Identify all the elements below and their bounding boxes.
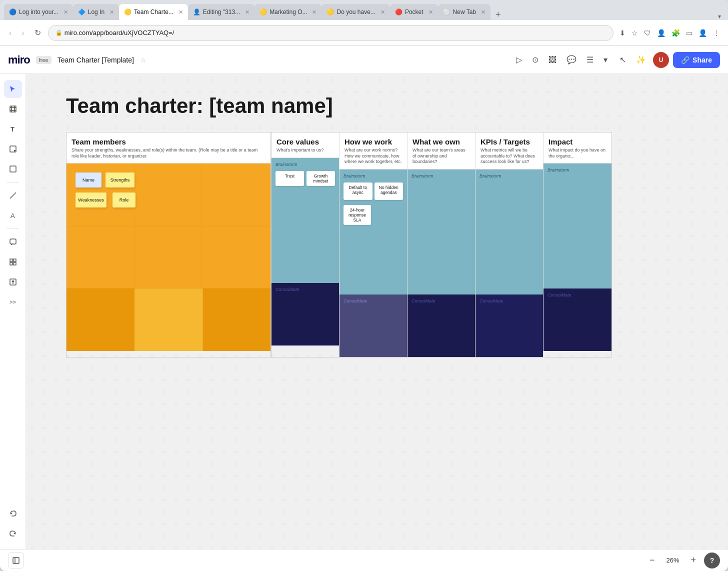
reactions-icon[interactable]: ✨	[633, 52, 649, 68]
canvas[interactable]: Team charter: [team name] Team members S…	[26, 74, 728, 549]
tab-close-marketing[interactable]: ✕	[312, 9, 316, 16]
help-button[interactable]: ?	[704, 552, 720, 568]
tab-login[interactable]: 🔵 Log into your... ✕	[4, 4, 73, 20]
tab-miro[interactable]: 🟡 Team Charte... ✕	[119, 4, 188, 20]
core-values-header: Core values What's important to us?	[272, 132, 339, 158]
tab-close-login[interactable]: ✕	[64, 9, 68, 16]
download-icon[interactable]: ⬇	[618, 27, 628, 39]
back-button[interactable]: ‹	[6, 26, 14, 40]
refresh-button[interactable]: ↻	[32, 26, 44, 40]
new-tab-button[interactable]: +	[492, 10, 504, 20]
tab-icon-editing: 👤	[193, 8, 200, 16]
tab-close-doyou[interactable]: ✕	[380, 9, 385, 16]
card-no-hidden[interactable]: No hidden agendas	[374, 182, 404, 200]
panel-toggle-button[interactable]	[8, 552, 24, 568]
image-icon[interactable]: 🖼	[546, 52, 560, 68]
tab-doyou[interactable]: 🟡 Do you have... ✕	[322, 4, 390, 20]
card-growth[interactable]: Growth mindset	[306, 171, 335, 186]
bookmark-icon[interactable]: ☆	[630, 27, 640, 39]
tab-icon-pocket: 🔴	[395, 8, 402, 16]
tab-close-editing[interactable]: ✕	[245, 9, 250, 16]
sticky-strengths[interactable]: Strengths	[106, 172, 134, 188]
impact-title: Impact	[548, 138, 606, 146]
zoom-value: 26%	[662, 556, 682, 564]
svg-text:T: T	[10, 126, 14, 133]
card-trust-label: Trust	[285, 174, 294, 178]
forward-button[interactable]: ›	[18, 26, 27, 40]
play-button[interactable]: ▷	[513, 52, 525, 68]
sticky-weaknesses-label: Weaknesses	[78, 198, 104, 202]
upload-tool[interactable]	[4, 273, 22, 291]
pen-tool[interactable]: A	[4, 206, 22, 224]
shape-tool[interactable]	[4, 160, 22, 178]
grid-tool[interactable]	[4, 253, 22, 271]
text-tool[interactable]: T	[4, 120, 22, 138]
kpis-header: KPIs / Targets What metrics will we be a…	[476, 132, 543, 170]
zoom-in-button[interactable]: +	[686, 553, 700, 568]
team-members-column: Team members Share your strengths, weakn…	[66, 132, 272, 357]
how-we-work-row2: 24-hour response SLA	[344, 205, 403, 228]
charter-grid: Team members Share your strengths, weakn…	[66, 132, 612, 358]
sidebar-icon[interactable]: ▭	[684, 27, 694, 39]
lock-icon: 🔒	[56, 30, 62, 36]
tab-login2[interactable]: 🔷 Log In ✕	[73, 4, 119, 20]
tab-pocket[interactable]: 🔴 Pocket ✕	[390, 4, 438, 20]
sticky-name-label: Name	[82, 178, 94, 182]
chat-icon[interactable]: 💬	[564, 52, 580, 68]
sticky-weaknesses[interactable]: Weaknesses	[76, 192, 106, 208]
impact-subtitle: What impact do you have on the organiz..…	[548, 148, 606, 159]
select-tool[interactable]	[4, 80, 22, 98]
free-badge: free	[36, 56, 52, 64]
card-default-async[interactable]: Default to async	[344, 182, 372, 200]
favorite-star-icon[interactable]: ☆	[140, 56, 146, 64]
card-no-hidden-label: No hidden agendas	[379, 185, 398, 195]
extensions-icon[interactable]: 🧩	[670, 27, 682, 39]
sticky-name[interactable]: Name	[76, 172, 102, 188]
tab-overflow-chevron[interactable]: ▾	[715, 13, 724, 20]
svg-rect-11	[10, 259, 12, 262]
impact-header: Impact What impact do you have on the or…	[544, 132, 612, 164]
tab-icon-newtab: ⚪	[443, 8, 450, 16]
topbar-center-controls: ▷ ⊙ 🖼 💬 ☰ ▾	[513, 52, 610, 68]
tab-title-login2: Log In	[88, 8, 104, 16]
sticky-role[interactable]: Role	[112, 192, 136, 208]
notes-icon[interactable]: ☰	[584, 52, 596, 68]
tab-close-miro[interactable]: ✕	[178, 9, 183, 16]
cursor-icon[interactable]: ↖	[616, 52, 629, 68]
tab-close-login2[interactable]: ✕	[110, 9, 114, 16]
card-24hr[interactable]: 24-hour response SLA	[344, 205, 371, 225]
how-we-work-column: How we work What are our work norms? How…	[340, 132, 408, 357]
team-members-title: Team members	[72, 138, 266, 146]
vpn-icon[interactable]: 🛡	[642, 27, 653, 39]
redo-button[interactable]	[4, 525, 22, 543]
undo-button[interactable]	[4, 505, 22, 523]
svg-rect-12	[14, 259, 16, 262]
menu-icon[interactable]: ⋮	[711, 27, 722, 39]
tab-editing[interactable]: 👤 Editing "313... ✕	[188, 4, 254, 20]
tab-close-newtab[interactable]: ✕	[481, 9, 486, 16]
svg-rect-7	[10, 166, 16, 172]
tab-icon-doyou: 🟡	[326, 8, 334, 16]
user-avatar-icon[interactable]: 👤	[696, 27, 709, 39]
more-tools-btn[interactable]: >>	[4, 293, 22, 311]
kpis-brainstorm-label: Brainstorm	[480, 174, 539, 178]
zoom-out-button[interactable]: −	[646, 553, 659, 568]
address-input[interactable]: 🔒 miro.com/app/board/uXjVOCZTYAQ=/	[48, 25, 614, 41]
tab-close-pocket[interactable]: ✕	[428, 9, 433, 16]
comment-tool[interactable]	[4, 233, 22, 251]
card-trust[interactable]: Trust	[276, 171, 304, 186]
timer-icon[interactable]: ⊙	[529, 52, 542, 68]
line-tool[interactable]	[4, 186, 22, 204]
tm-cell-1	[66, 288, 134, 351]
address-bar-icons: ⬇ ☆ 🛡 👤 🧩 ▭ 👤 ⋮	[618, 27, 722, 39]
share-button[interactable]: 🔗 Share	[673, 52, 720, 68]
tab-newtab[interactable]: ⚪ New Tab ✕	[438, 4, 490, 20]
sticky-note-tool[interactable]	[4, 140, 22, 158]
more-tools-icon[interactable]: ▾	[600, 52, 610, 68]
tab-marketing[interactable]: 🟡 Marketing O... ✕	[254, 4, 322, 20]
core-values-brainstorm-label: Brainstorm	[276, 162, 335, 167]
miro-app: miro free Team Charter [Template] ☆ ▷ ⊙ …	[0, 46, 728, 571]
what-we-own-brainstorm: Brainstorm	[408, 170, 475, 294]
frame-tool[interactable]	[4, 100, 22, 118]
profile-icon[interactable]: 👤	[655, 27, 668, 39]
